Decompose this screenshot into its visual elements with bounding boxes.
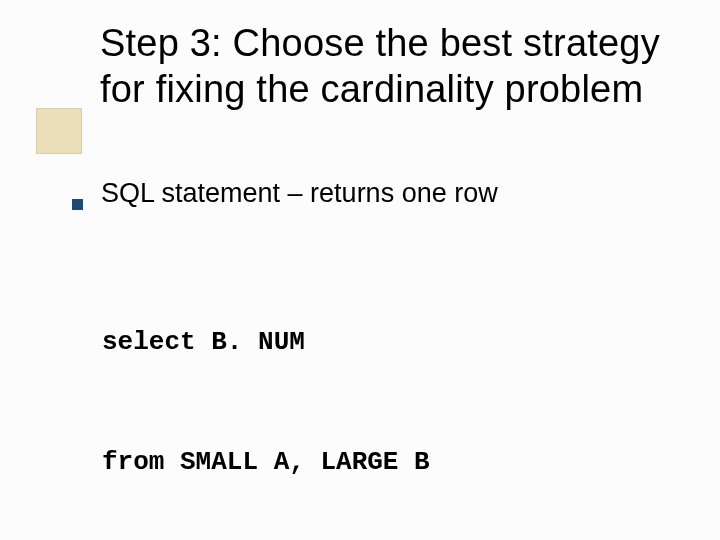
bullet-item: SQL statement – returns one row <box>72 178 672 209</box>
accent-square <box>36 108 82 154</box>
bullet-square-icon <box>72 199 83 210</box>
slide-title: Step 3: Choose the best strategy for fix… <box>100 20 700 113</box>
code-line: from SMALL A, LARGE B <box>102 442 672 482</box>
slide: Step 3: Choose the best strategy for fix… <box>0 0 720 540</box>
bullet-text: SQL statement – returns one row <box>101 178 498 209</box>
slide-body: SQL statement – returns one row select B… <box>72 178 672 540</box>
sql-code-block: select B. NUM from SMALL A, LARGE B wher… <box>102 241 672 540</box>
code-line: select B. NUM <box>102 322 672 362</box>
